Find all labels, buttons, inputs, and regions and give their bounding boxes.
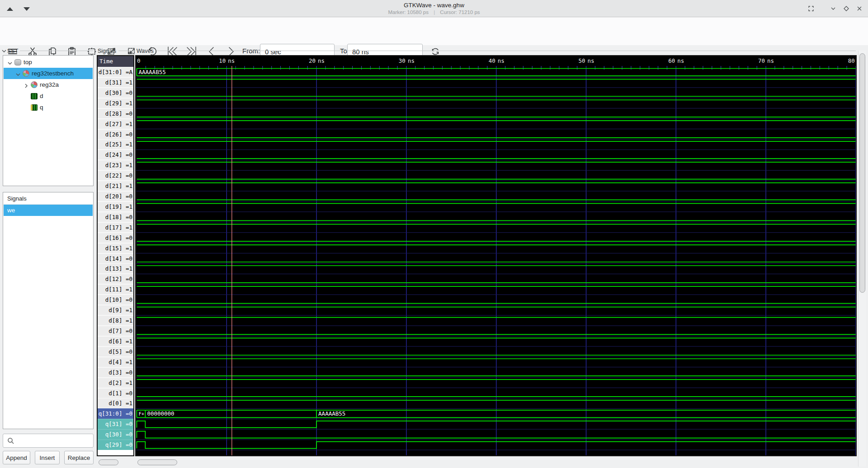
signal-label-row-d[24][interactable]: d[24] =0 <box>98 150 133 160</box>
window-title: GTKWave - wave.ghw <box>0 2 868 9</box>
chevron-down-icon <box>830 5 837 12</box>
signal-label-row-d[15][interactable]: d[15] =1 <box>98 243 133 253</box>
tree-item-reg32testbench[interactable]: reg32testbench <box>4 68 93 79</box>
tree-item-label: reg32testbench <box>32 70 74 77</box>
expander-down-icon[interactable] <box>15 71 21 76</box>
sphere-icon <box>23 70 29 77</box>
signal-label-row-d[5][interactable]: d[5] =0 <box>98 346 133 357</box>
signals-frame-line <box>118 51 133 51</box>
cylinder-icon <box>14 59 21 66</box>
timeline-origin-label: 0 <box>137 57 141 64</box>
signal-label-row-d[12][interactable]: d[12] =0 <box>98 274 133 284</box>
sst-frame-label: SST <box>7 48 18 54</box>
search-input[interactable] <box>17 435 91 447</box>
signal-label-row-d[26][interactable]: d[26] =0 <box>98 129 133 140</box>
maximize-button[interactable] <box>842 5 850 13</box>
subtitle-separator: | <box>434 9 435 15</box>
tree-item-d[interactable]: d <box>4 90 93 102</box>
signal-label-row-q[29][interactable]: q[29] =0 <box>98 440 133 450</box>
wave-canvas[interactable]: 010ns20ns30ns40ns50ns60ns70ns80nsAAAAAB5… <box>136 56 856 455</box>
signal-label-row-d[9][interactable]: d[9] =1 <box>98 305 133 315</box>
keep-above-button[interactable] <box>807 5 815 13</box>
signal-label-row-d[27][interactable]: d[27] =1 <box>98 119 133 129</box>
signal-label-row-d[20][interactable]: d[20] =0 <box>98 191 133 201</box>
insert-button[interactable]: Insert <box>35 451 60 464</box>
signal-label-row-d[29][interactable]: d[29] =1 <box>98 98 133 108</box>
signal-label-row-d[17][interactable]: d[17] =1 <box>98 222 133 233</box>
signal-label-row-d[21][interactable]: d[21] =1 <box>98 181 133 191</box>
signal-label-row-d[8][interactable]: d[8] =1 <box>98 315 133 326</box>
timeline-unit-30: ns <box>408 57 415 64</box>
bus-value-text: AAAAAB55 <box>318 410 345 417</box>
signal-q-icon <box>31 104 38 111</box>
signal-label-row-d[31][interactable]: d[31] =1 <box>98 77 133 88</box>
signal-label-row-q[31:0][interactable]: q[31:0] =0 <box>98 408 133 419</box>
signal-label-row-d[30][interactable]: d[30] =0 <box>98 88 133 98</box>
bus-value-text: 00000000 <box>147 410 174 417</box>
timeline-label-10: 10 <box>219 57 226 64</box>
timeline-unit-70: ns <box>767 57 774 64</box>
marker-readout: Marker: 10580 ps <box>388 9 429 15</box>
expander-down-icon[interactable] <box>7 60 13 65</box>
signal-column-hscrollbar[interactable] <box>99 459 118 465</box>
signal-label-row-d[6][interactable]: d[6] =1 <box>98 336 133 346</box>
signal-label-row-d[1][interactable]: d[1] =0 <box>98 388 133 398</box>
signal-label-row-q[31][interactable]: q[31] =0 <box>98 419 133 429</box>
signal-list-item-we[interactable]: we <box>4 205 93 216</box>
signal-label-row-d[13][interactable]: d[13] =1 <box>98 263 133 274</box>
timeline-label-50: 50 <box>578 57 585 64</box>
timeline-label-40: 40 <box>489 57 495 64</box>
signal-label-row-d[18][interactable]: d[18] =0 <box>98 212 133 222</box>
signal-label-row-d[0][interactable]: d[0] =1 <box>98 398 133 408</box>
close-button[interactable] <box>855 5 863 13</box>
replace-button[interactable]: Replace <box>64 451 94 464</box>
expander-right-icon[interactable] <box>24 82 29 88</box>
append-button[interactable]: Append <box>3 451 30 464</box>
signal-label-row-d[11][interactable]: d[11] =1 <box>98 284 133 295</box>
timeline-label-30: 30 <box>399 57 406 64</box>
waves-frame-label: Waves <box>137 48 154 54</box>
tree-item-q[interactable]: q <box>4 102 93 113</box>
titlebar[interactable]: GTKWave - wave.ghw Marker: 10580 ps | Cu… <box>0 0 868 17</box>
wave-hscrollbar[interactable] <box>137 459 177 465</box>
signal-label-row-d[2][interactable]: d[2] =1 <box>98 378 133 388</box>
expander-spacer <box>24 105 29 110</box>
signal-label-row-d[28][interactable]: d[28] =0 <box>98 108 133 119</box>
signal-label-row-d[3][interactable]: d[3] =0 <box>98 367 133 378</box>
timeline-label-80: 80 <box>848 57 855 64</box>
signal-label-row-d[16][interactable]: d[16] =0 <box>98 233 133 243</box>
signals-list-header: Signals <box>4 193 93 205</box>
toolbar: From: To: <box>0 18 868 45</box>
timeline-unit-10: ns <box>228 57 235 64</box>
signal-label-row-d[4][interactable]: d[4] =1 <box>98 357 133 367</box>
tree-item-reg32a[interactable]: reg32a <box>4 79 93 90</box>
signal-label-row-d[19][interactable]: d[19] =1 <box>98 201 133 212</box>
signal-label-row-d[10][interactable]: d[10] =0 <box>98 295 133 305</box>
timeline-label-60: 60 <box>668 57 675 64</box>
gtkwave-window: { "window": { "title": "GTKWave - wave.g… <box>0 0 868 468</box>
wave-vscrollbar-track[interactable] <box>858 51 866 467</box>
signal-label-row-d[31:0][interactable]: d[31:0] =A <box>98 67 133 77</box>
bus-value-text: F+ <box>139 411 145 417</box>
sst-frame-line <box>20 51 94 51</box>
expander-spacer <box>24 94 29 99</box>
window-subtitle: Marker: 10580 ps | Cursor: 71210 ps <box>0 9 868 15</box>
signal-label-row-d[14][interactable]: d[14] =0 <box>98 253 133 264</box>
frame-corners-icon <box>807 5 815 12</box>
wave-vscrollbar-thumb[interactable] <box>859 53 865 293</box>
signal-label-row-d[23][interactable]: d[23] =1 <box>98 160 133 170</box>
signal-label-row-d[7][interactable]: d[7] =0 <box>98 326 133 336</box>
signal-label-row-d[22][interactable]: d[22] =0 <box>98 170 133 181</box>
sphere-icon <box>31 81 38 88</box>
signal-label-row-d[25][interactable]: d[25] =1 <box>98 139 133 150</box>
timeline-unit-40: ns <box>498 57 505 64</box>
minimize-button[interactable] <box>829 5 837 13</box>
diamond-icon <box>843 5 850 12</box>
signal-label-row-q[30][interactable]: q[30] =0 <box>98 429 133 440</box>
signal-d-icon <box>31 93 38 99</box>
wave-panel: 010ns20ns30ns40ns50ns60ns70ns80nsAAAAAB5… <box>135 55 857 456</box>
sst-collapse-icon[interactable] <box>1 49 7 53</box>
tree-item-top[interactable]: top <box>4 56 93 68</box>
sst-tree-panel: topreg32testbenchreg32adq <box>3 55 94 186</box>
timeline-unit-50: ns <box>588 57 594 64</box>
